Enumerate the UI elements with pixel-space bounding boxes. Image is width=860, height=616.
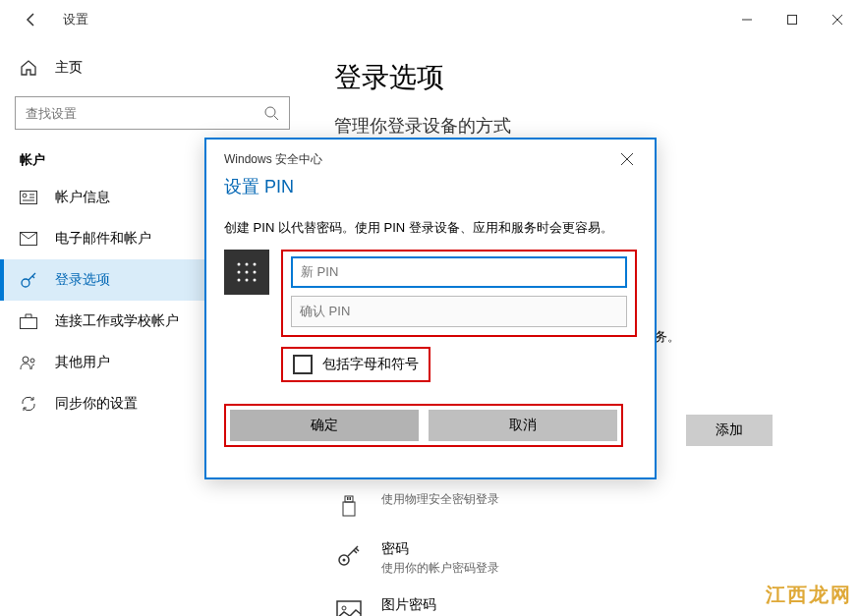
- svg-line-12: [32, 276, 34, 278]
- svg-point-29: [254, 262, 257, 265]
- mail-icon: [20, 230, 37, 248]
- minimize-button[interactable]: [724, 4, 770, 35]
- svg-point-14: [23, 357, 29, 363]
- svg-point-31: [246, 270, 249, 273]
- dialog-description: 创建 PIN 以代替密码。使用 PIN 登录设备、应用和服务时会更容易。: [224, 218, 637, 238]
- svg-rect-18: [347, 497, 349, 500]
- usb-key-icon: [334, 491, 364, 521]
- sidebar-item-label: 同步你的设置: [55, 395, 138, 413]
- svg-point-28: [246, 262, 249, 265]
- picture-icon: [334, 596, 364, 616]
- window-title: 设置: [63, 11, 88, 28]
- back-button[interactable]: [20, 8, 43, 31]
- svg-line-22: [348, 546, 358, 556]
- sidebar-item-label: 连接工作或学校帐户: [55, 312, 179, 330]
- svg-point-34: [246, 278, 249, 281]
- svg-point-32: [254, 270, 257, 273]
- home-label: 主页: [55, 59, 83, 77]
- option-security-key[interactable]: 使用物理安全密钥登录: [334, 481, 831, 531]
- option-desc: 使用你的帐户密码登录: [381, 560, 499, 577]
- svg-point-30: [238, 270, 241, 273]
- option-title: 图片密码: [381, 596, 582, 614]
- close-button[interactable]: [815, 4, 860, 35]
- sidebar-item-label: 帐户信息: [55, 189, 110, 206]
- include-letters-checkbox[interactable]: [293, 355, 313, 374]
- svg-rect-17: [343, 502, 355, 516]
- buttons-highlight: 确定 取消: [224, 404, 623, 447]
- option-picture-password[interactable]: 图片密码 轻扫并点击你最喜爱的照片以解锁设备: [334, 587, 831, 616]
- checkbox-highlight: 包括字母和符号: [281, 347, 430, 382]
- checkbox-label: 包括字母和符号: [322, 356, 419, 373]
- svg-rect-25: [337, 601, 361, 616]
- home-icon: [20, 59, 37, 77]
- svg-point-10: [22, 279, 29, 287]
- dialog-title: 设置 PIN: [224, 175, 637, 198]
- key-icon: [334, 540, 364, 570]
- page-title: 登录选项: [334, 59, 831, 96]
- dialog-close-button[interactable]: [617, 149, 637, 169]
- svg-line-11: [29, 273, 35, 280]
- titlebar: 设置: [0, 0, 860, 39]
- svg-point-21: [343, 559, 346, 562]
- svg-rect-19: [350, 497, 352, 500]
- svg-point-33: [238, 278, 241, 281]
- svg-point-2: [265, 107, 275, 117]
- sidebar-item-label: 登录选项: [55, 271, 110, 289]
- option-password[interactable]: 密码 使用你的帐户密码登录: [334, 531, 831, 587]
- svg-point-5: [23, 194, 27, 197]
- search-box[interactable]: [15, 96, 290, 130]
- new-pin-input[interactable]: [291, 256, 627, 288]
- cancel-button[interactable]: 取消: [429, 410, 617, 441]
- search-icon: [263, 105, 279, 121]
- option-desc: 使用物理安全密钥登录: [381, 491, 499, 508]
- briefcase-icon: [20, 312, 37, 330]
- pin-fields-highlight: [281, 250, 637, 337]
- users-icon: [20, 354, 37, 371]
- svg-line-24: [356, 548, 359, 551]
- search-input[interactable]: [26, 106, 263, 121]
- keypad-icon: [224, 250, 269, 295]
- svg-point-27: [238, 262, 241, 265]
- svg-rect-1: [788, 16, 797, 25]
- svg-point-35: [254, 278, 257, 281]
- watermark: 江西龙网: [766, 582, 852, 608]
- pin-dialog: Windows 安全中心 设置 PIN 创建 PIN 以代替密码。使用 PIN …: [204, 138, 657, 479]
- svg-point-26: [342, 606, 346, 610]
- ok-button[interactable]: 确定: [230, 410, 419, 441]
- svg-line-23: [354, 550, 357, 553]
- maximize-button[interactable]: [770, 4, 815, 35]
- sync-icon: [20, 395, 37, 413]
- sidebar-item-label: 其他用户: [55, 354, 110, 371]
- key-icon: [20, 271, 37, 289]
- svg-rect-13: [21, 318, 37, 329]
- svg-rect-16: [345, 496, 353, 502]
- svg-point-15: [30, 359, 34, 363]
- confirm-pin-input[interactable]: [291, 296, 627, 327]
- sidebar-item-label: 电子邮件和帐户: [55, 230, 151, 248]
- option-title: 密码: [381, 540, 499, 558]
- dialog-header-title: Windows 安全中心: [224, 151, 322, 168]
- home-nav[interactable]: 主页: [15, 49, 290, 86]
- page-subtitle: 管理你登录设备的方式: [334, 114, 831, 138]
- add-button[interactable]: 添加: [686, 415, 773, 446]
- svg-line-3: [274, 116, 278, 120]
- id-card-icon: [20, 189, 37, 206]
